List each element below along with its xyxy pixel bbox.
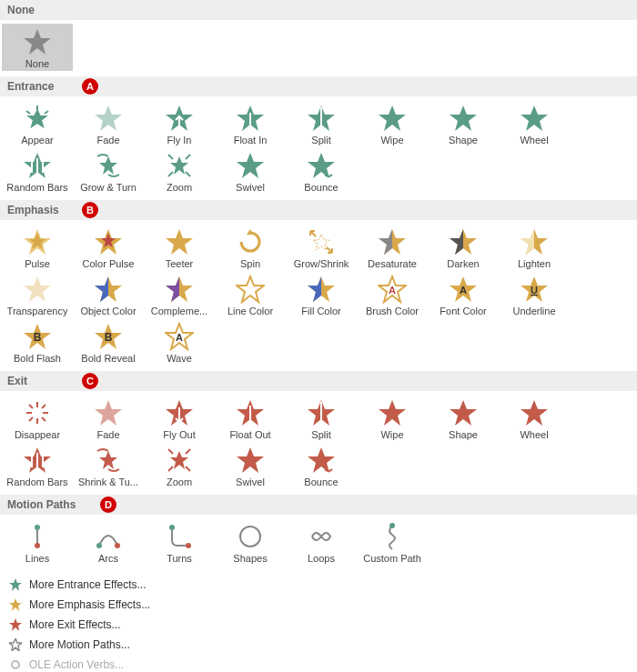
anim-pulse[interactable]: Pulse: [2, 224, 73, 271]
anim-complementary[interactable]: Compleme...: [144, 271, 215, 318]
anim-fly-in[interactable]: Fly In: [144, 100, 215, 147]
anim-zoom[interactable]: Zoom: [144, 147, 215, 195]
anim-grow-turn[interactable]: Grow & Turn: [73, 147, 144, 195]
anim-bounce-out[interactable]: Bounce: [286, 442, 357, 489]
anim-split[interactable]: Split: [286, 100, 357, 147]
anim-disappear[interactable]: Disappear: [2, 395, 73, 442]
path-arcs[interactable]: Arcs: [73, 518, 144, 566]
svg-marker-85: [308, 447, 335, 473]
anim-spin[interactable]: Spin: [215, 224, 286, 271]
star-icon: [23, 27, 52, 56]
anim-line-color[interactable]: Line Color: [215, 271, 286, 318]
svg-marker-71: [379, 400, 406, 426]
more-label: More Entrance Effects...: [29, 578, 147, 591]
item-label: Brush Color: [366, 306, 419, 316]
anim-object-color[interactable]: Object Color: [73, 271, 144, 318]
path-lines[interactable]: Lines: [2, 518, 73, 566]
star-icon: [520, 104, 549, 133]
star-bars-icon: [23, 151, 52, 180]
svg-line-4: [26, 111, 30, 114]
anim-transparency[interactable]: Transparency: [2, 271, 73, 318]
anim-darken[interactable]: Darken: [428, 224, 499, 271]
star-icon: [165, 227, 194, 256]
path-turns[interactable]: Turns: [144, 518, 215, 566]
anim-swivel-out[interactable]: Swivel: [215, 442, 286, 489]
anim-wheel[interactable]: Wheel: [499, 100, 570, 147]
anim-bold-flash[interactable]: BBold Flash: [2, 318, 73, 366]
anim-grow-shrink[interactable]: Grow/Shrink: [286, 224, 357, 271]
svg-line-3: [45, 111, 48, 114]
svg-point-89: [96, 543, 102, 548]
grid-none: None: [0, 20, 637, 76]
more-emphasis[interactable]: More Emphasis Effects...: [4, 595, 633, 615]
svg-line-21: [168, 172, 173, 176]
section-title: Exit: [7, 375, 27, 387]
path-custom[interactable]: Custom Path: [357, 518, 428, 566]
anim-bold-reveal[interactable]: BBold Reveal: [73, 318, 144, 366]
star-bounce-icon: [307, 446, 336, 475]
anim-appear[interactable]: Appear: [2, 100, 73, 147]
anim-split-out[interactable]: Split: [286, 395, 357, 442]
svg-marker-17: [99, 156, 117, 175]
anim-bounce[interactable]: Bounce: [286, 147, 357, 195]
anim-fill-color[interactable]: Fill Color: [286, 271, 357, 318]
star-bars-icon: [23, 446, 52, 475]
anim-fly-out[interactable]: Fly Out: [144, 395, 215, 442]
anim-none[interactable]: None: [2, 24, 73, 71]
anim-color-pulse[interactable]: Color Pulse: [73, 224, 144, 271]
svg-marker-12: [521, 105, 548, 131]
svg-text:U: U: [531, 285, 538, 296]
anim-random-bars-out[interactable]: Random Bars: [2, 442, 73, 489]
item-label: Desaturate: [368, 258, 417, 269]
anim-brush-color[interactable]: ABrush Color: [357, 271, 428, 318]
svg-marker-10: [379, 105, 406, 131]
svg-line-22: [186, 172, 190, 176]
anim-shrink-turn[interactable]: Shrink & Tu...: [73, 442, 144, 489]
anim-random-bars[interactable]: Random Bars: [2, 147, 73, 195]
anim-zoom-out[interactable]: Zoom: [144, 442, 215, 489]
item-label: Lines: [25, 553, 49, 564]
star-icon: [307, 398, 336, 427]
star-swirl-icon: [94, 446, 123, 475]
path-shapes[interactable]: Shapes: [215, 518, 286, 566]
anim-fade-out[interactable]: Fade: [73, 395, 144, 442]
anim-float-out[interactable]: Float Out: [215, 395, 286, 442]
anim-wipe[interactable]: Wipe: [357, 100, 428, 147]
more-exit[interactable]: More Exit Effects...: [4, 615, 633, 635]
svg-line-83: [186, 466, 190, 471]
path-loops[interactable]: Loops: [286, 518, 357, 566]
anim-wheel-out[interactable]: Wheel: [499, 395, 570, 442]
grid-entrance: Appear Fade Fly In Float In Split Wipe S…: [0, 96, 637, 200]
anim-shape-out[interactable]: Shape: [428, 395, 499, 442]
more-paths[interactable]: More Motion Paths...: [4, 635, 633, 655]
anim-wave[interactable]: AWave: [144, 318, 215, 366]
anim-shape[interactable]: Shape: [428, 100, 499, 147]
svg-line-63: [42, 405, 46, 408]
svg-marker-5: [95, 105, 122, 131]
item-label: Spin: [240, 258, 260, 269]
item-label: Grow & Turn: [80, 182, 136, 193]
star-icon: [94, 104, 123, 133]
more-label: More Exit Effects...: [29, 618, 120, 631]
anim-font-color[interactable]: AFont Color: [428, 271, 499, 318]
anim-teeter[interactable]: Teeter: [144, 224, 215, 271]
svg-text:A: A: [389, 285, 396, 296]
item-label: Fly Out: [163, 429, 195, 440]
more-entrance[interactable]: More Entrance Effects...: [4, 575, 633, 595]
svg-marker-42: [166, 276, 179, 302]
item-label: Random Bars: [6, 476, 67, 487]
star-multi-icon: [94, 227, 123, 256]
anim-wipe-out[interactable]: Wipe: [357, 395, 428, 442]
svg-text:B: B: [105, 331, 113, 344]
anim-fade[interactable]: Fade: [73, 100, 144, 147]
svg-marker-66: [95, 400, 122, 426]
anim-lighten[interactable]: Lighten: [499, 224, 570, 271]
anim-underline[interactable]: UUnderline: [499, 271, 570, 318]
star-zoom-icon: [165, 446, 194, 475]
anim-desaturate[interactable]: Desaturate: [357, 224, 428, 271]
svg-line-82: [168, 466, 173, 471]
star-zoom-icon: [165, 151, 194, 180]
anim-swivel[interactable]: Swivel: [215, 147, 286, 195]
svg-marker-38: [24, 276, 51, 302]
anim-float-in[interactable]: Float In: [215, 100, 286, 147]
